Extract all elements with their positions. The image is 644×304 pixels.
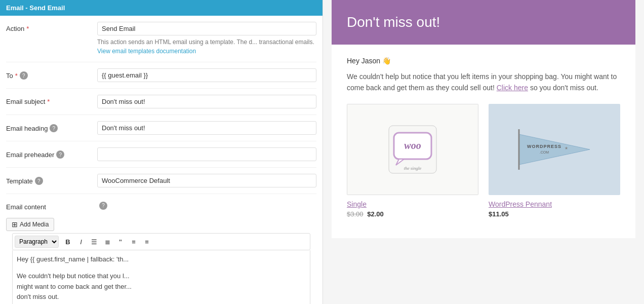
add-media-button[interactable]: ⊞ Add Media xyxy=(6,218,54,231)
subject-label: Email subject * xyxy=(6,95,97,105)
panel-header: Email - Send Email xyxy=(0,0,323,16)
subject-control xyxy=(97,95,316,108)
paragraph-select[interactable]: Paragraph xyxy=(15,236,59,248)
preheader-info-icon[interactable]: ? xyxy=(56,150,64,159)
required-star: * xyxy=(26,25,29,32)
subject-input[interactable] xyxy=(97,95,316,108)
required-star-subject: * xyxy=(47,98,50,105)
required-star-to: * xyxy=(15,72,18,80)
editor-line1: Hey {{ guest.first_name | fallback: 'th.… xyxy=(17,254,306,265)
action-description: This action sends an HTML email using a … xyxy=(97,37,316,56)
to-info-icon[interactable]: ? xyxy=(20,71,28,80)
wp-pennant-svg: WORDPRESS .COM ★ xyxy=(514,124,595,175)
action-input[interactable] xyxy=(97,22,316,35)
action-control: This action sends an HTML email using a … xyxy=(97,22,316,56)
form-row-content: Email content ? ⊞ Add Media Paragraph B … xyxy=(6,194,316,304)
price-new-1: $2.00 xyxy=(367,210,384,218)
product-name-1[interactable]: Single xyxy=(347,200,478,208)
form-row-action: Action * This action sends an HTML email… xyxy=(6,16,316,62)
blockquote-button[interactable]: " xyxy=(114,236,127,248)
to-label: To * ? xyxy=(6,68,97,80)
svg-text:.COM: .COM xyxy=(540,150,549,154)
email-banner-title: Don't miss out! xyxy=(347,14,620,30)
content-info-icon[interactable]: ? xyxy=(99,202,107,210)
editor-line2: We couldn't help but notice that you l..… xyxy=(17,271,306,302)
email-templates-link[interactable]: View email templates documentation xyxy=(97,48,196,55)
form-row-subject: Email subject * xyxy=(6,89,316,115)
product-price-1: $3.00 $2.00 xyxy=(347,210,478,218)
wave-emoji: 👋 xyxy=(382,57,391,65)
template-control xyxy=(97,174,316,187)
preheader-control xyxy=(97,147,316,161)
svg-marker-5 xyxy=(519,134,590,165)
template-label: Template ? xyxy=(6,174,97,185)
product-card-2: WORDPRESS .COM ★ WordPress Pennant $11.0… xyxy=(489,104,620,218)
unordered-list-button[interactable]: ☰ xyxy=(88,236,100,248)
align-right-button[interactable]: ≡ xyxy=(141,236,153,248)
template-input[interactable] xyxy=(97,174,316,187)
preheader-input[interactable] xyxy=(97,147,316,161)
product-price-2: $11.05 xyxy=(489,210,620,218)
product-card-1: woo the single Single $3.00 $2.00 xyxy=(347,104,478,218)
editor-content[interactable]: Hey {{ guest.first_name | fallback: 'th.… xyxy=(12,250,310,304)
email-body-text: We couldn't help but notice that you lef… xyxy=(347,71,620,94)
bold-button[interactable]: B xyxy=(62,236,74,248)
form-row-heading: Email heading ? xyxy=(6,115,316,141)
add-media-icon: ⊞ xyxy=(12,220,18,229)
heading-info-icon[interactable]: ? xyxy=(50,124,58,132)
heading-control xyxy=(97,121,316,135)
price-2: $11.05 xyxy=(489,210,509,218)
svg-text:WORDPRESS: WORDPRESS xyxy=(527,144,561,149)
ordered-list-button[interactable]: ≣ xyxy=(101,236,113,248)
content-label: Email content xyxy=(6,200,97,211)
toolbar-row: ⊞ Add Media xyxy=(6,215,316,233)
svg-text:★: ★ xyxy=(565,146,568,150)
italic-button[interactable]: I xyxy=(75,236,87,248)
action-label: Action * xyxy=(6,22,97,32)
woo-badge: woo the single xyxy=(347,104,478,195)
format-toolbar: Paragraph B I ☰ ≣ " ≡ ≡ xyxy=(12,233,310,250)
form-row-to: To * ? xyxy=(6,62,316,89)
click-here-link[interactable]: Click here xyxy=(497,84,528,92)
price-old-1: $3.00 xyxy=(347,210,364,218)
left-panel: Email - Send Email Action * This action … xyxy=(0,0,323,304)
product-image-2: WORDPRESS .COM ★ xyxy=(489,104,620,195)
align-center-button[interactable]: ≡ xyxy=(128,236,140,248)
form-area: Action * This action sends an HTML email… xyxy=(0,16,323,304)
wp-pennant: WORDPRESS .COM ★ xyxy=(489,104,620,195)
products-grid: woo the single Single $3.00 $2.00 xyxy=(347,104,620,218)
product-name-2[interactable]: WordPress Pennant xyxy=(489,200,620,208)
woo-logo-svg: woo the single xyxy=(385,122,440,177)
svg-text:the single: the single xyxy=(404,166,422,171)
email-preview: Don't miss out! Hey Jason 👋 We couldn't … xyxy=(332,0,635,238)
form-row-template: Template ? xyxy=(6,168,316,194)
heading-label: Email heading ? xyxy=(6,121,97,132)
heading-input[interactable] xyxy=(97,121,316,135)
template-info-icon[interactable]: ? xyxy=(35,177,43,185)
form-row-preheader: Email preheader ? xyxy=(6,141,316,168)
email-greeting: Hey Jason 👋 xyxy=(347,57,620,65)
to-input[interactable] xyxy=(97,68,316,82)
svg-text:woo: woo xyxy=(404,140,421,151)
right-panel: Don't miss out! Hey Jason 👋 We couldn't … xyxy=(323,0,644,304)
preheader-label: Email preheader ? xyxy=(6,147,97,159)
email-banner: Don't miss out! xyxy=(332,0,635,45)
panel-title: Email - Send Email xyxy=(6,4,65,12)
to-control xyxy=(97,68,316,82)
email-body: Hey Jason 👋 We couldn't help but notice … xyxy=(332,45,635,238)
product-image-1: woo the single xyxy=(347,104,478,195)
